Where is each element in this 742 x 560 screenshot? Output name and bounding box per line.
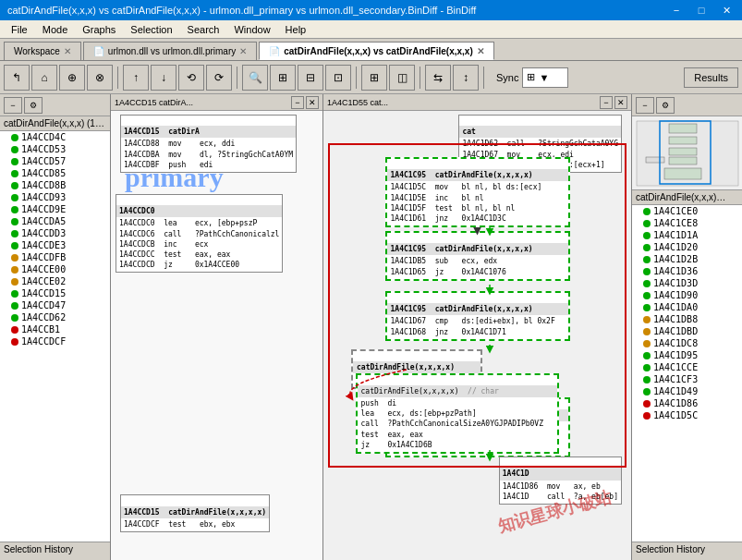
center-panel: 1A4CCD15 catDirA... − ✕ primary 1A4CCD15… [111, 94, 631, 560]
toolbar-btn-14[interactable]: ◫ [389, 65, 415, 91]
left-panel-collapse[interactable]: − [4, 97, 22, 114]
toolbar-btn-16[interactable]: ↕ [453, 65, 479, 91]
toolbar-btn-6[interactable]: ↓ [151, 65, 176, 91]
left-tree[interactable]: 1A4CCD4C 1A4CCD53 1A4CCD57 1A4CCD85 1A4C… [0, 131, 110, 542]
list-item[interactable]: 1A4C1DBD [632, 325, 742, 337]
toolbar-btn-8[interactable]: ⟳ [206, 65, 232, 91]
list-item[interactable]: 1A4C1CCE [632, 361, 742, 373]
toolbar-btn-9[interactable]: 🔍 [242, 65, 268, 91]
status-dot [11, 170, 18, 177]
status-dot [11, 218, 18, 225]
list-item[interactable]: 1A4C1DB8 [632, 313, 742, 325]
toolbar-btn-4[interactable]: ⊗ [87, 65, 113, 91]
list-item[interactable]: 1A4CCD47 [0, 299, 110, 311]
list-item[interactable]: 1A4C1DA0 [632, 301, 742, 313]
list-item[interactable]: 1A4CCDCF [0, 335, 110, 347]
left-panel-settings[interactable]: ⚙ [24, 97, 43, 114]
status-dot [11, 242, 18, 250]
maximize-button[interactable]: □ [689, 2, 713, 18]
right-viewer-close[interactable]: ✕ [614, 96, 627, 109]
toolbar-btn-5[interactable]: ↑ [123, 65, 149, 91]
results-button[interactable]: Results [684, 67, 738, 88]
toolbar-btn-11[interactable]: ⊟ [298, 65, 323, 91]
toolbar-btn-2[interactable]: ⌂ [31, 65, 57, 91]
toolbar-btn-12[interactable]: ⊡ [325, 65, 351, 91]
list-item[interactable]: 1A4C1D5C [632, 409, 742, 421]
list-item[interactable]: 1A4CCDD3 [0, 227, 110, 239]
left-selection-history: Selection History [0, 542, 110, 560]
list-item[interactable]: 1A4CCE00 [0, 263, 110, 275]
list-item[interactable]: 1A4CCD15 [0, 287, 110, 299]
list-item[interactable]: 1A4C1D36 [632, 265, 742, 277]
list-item[interactable]: 1A4C1D49 [632, 385, 742, 397]
right-panel-collapse[interactable]: − [636, 97, 654, 114]
cfg-block-3: 1A4C1C95 catDirAndFile(x,x,x,x)1A4C1D67 … [385, 291, 570, 341]
list-item[interactable]: 1A4C1CE0 [632, 205, 742, 217]
menu-selection[interactable]: Selection [123, 22, 179, 37]
toolbar-btn-1[interactable]: ↰ [4, 65, 30, 91]
list-item[interactable]: 1A4CCD85 [0, 167, 110, 179]
toolbar-btn-15[interactable]: ⇆ [425, 65, 451, 91]
title-bar: catDirAndFile(x,x,x) vs catDirAndFile(x,… [0, 0, 742, 20]
toolbar-btn-3[interactable]: ⊕ [59, 65, 85, 91]
list-item[interactable]: 1A4CCDE3 [0, 239, 110, 251]
menu-window[interactable]: Window [226, 22, 277, 37]
right-panel-settings[interactable]: ⚙ [656, 97, 675, 114]
list-item[interactable]: 1A4C1D95 [632, 349, 742, 361]
toolbar-btn-13[interactable]: ⊞ [361, 65, 387, 91]
status-dot [643, 280, 651, 287]
separator-4 [420, 67, 420, 89]
right-tree[interactable]: 1A4C1CE0 1A4C1CE8 1A4C1D1A 1A4C1D20 1A4C… [632, 205, 742, 542]
menu-mode[interactable]: Mode [35, 22, 76, 37]
list-item[interactable]: 1A4CCE02 [0, 275, 110, 287]
minimize-button[interactable]: − [664, 2, 688, 18]
list-item[interactable]: 1A4CCD62 [0, 311, 110, 323]
status-dot [643, 328, 651, 335]
tab-catdir[interactable]: 📄 catDirAndFile(x,x,x) vs catDirAndFile(… [259, 42, 494, 60]
list-item[interactable]: 1A4C1D1A [632, 229, 742, 241]
tab-workspace-label: Workspace [14, 46, 60, 56]
status-dot [11, 134, 18, 141]
list-item[interactable]: 1A4CCDFB [0, 251, 110, 263]
list-item[interactable]: 1A4C1CE8 [632, 217, 742, 229]
list-item[interactable]: 1A4C1D20 [632, 241, 742, 253]
close-button[interactable]: ✕ [714, 2, 738, 18]
list-item[interactable]: 1A4C1CF3 [632, 373, 742, 385]
toolbar-btn-10[interactable]: ⊞ [270, 65, 296, 91]
svg-rect-4 [669, 148, 697, 155]
tab-urlmon-icon: 📄 [93, 46, 104, 56]
list-item[interactable]: 1A4CCD93 [0, 191, 110, 203]
list-item[interactable]: 1A4CCDA5 [0, 215, 110, 227]
tab-urlmon[interactable]: 📄 urlmon.dll vs urlmon.dll.primary ✕ [83, 42, 257, 60]
tab-catdir-close[interactable]: ✕ [477, 46, 484, 56]
minimap[interactable] [632, 116, 742, 190]
cfg-block-2: 1A4C1C95 catDirAndFile(x,x,x,x)1A4C1DB5 … [385, 231, 570, 281]
sync-dropdown[interactable]: ⊞ ▼ [522, 67, 568, 88]
left-viewer-close[interactable]: ✕ [306, 96, 319, 109]
list-item[interactable]: 1A4C1D2B [632, 253, 742, 265]
tab-workspace[interactable]: Workspace ✕ [4, 42, 81, 60]
cfg-block-1: 1A4C1C95 catDirAndFile(x,x,x,x)1A4C1D5C … [385, 157, 570, 227]
list-item[interactable]: 1A4C1D90 [632, 289, 742, 301]
list-item[interactable]: 1A4C1D86 [632, 397, 742, 409]
list-item[interactable]: 1A4CCD9E [0, 203, 110, 215]
menu-graphs[interactable]: Graphs [75, 22, 123, 37]
list-item[interactable]: 1A4CCB1 [0, 323, 110, 335]
list-item[interactable]: 1A4C1DC8 [632, 337, 742, 349]
list-item[interactable]: 1A4CCD4C [0, 131, 110, 143]
tab-workspace-close[interactable]: ✕ [64, 46, 71, 56]
tab-urlmon-label: urlmon.dll vs urlmon.dll.primary [108, 46, 236, 56]
toolbar-btn-7[interactable]: ⟲ [178, 65, 204, 91]
menu-help[interactable]: Help [278, 22, 314, 37]
separator-5 [483, 67, 484, 89]
tab-urlmon-close[interactable]: ✕ [239, 46, 247, 56]
right-viewer-min[interactable]: − [600, 96, 613, 109]
left-viewer-min[interactable]: − [291, 96, 304, 109]
menu-search[interactable]: Search [180, 22, 227, 37]
list-item[interactable]: 1A4CCD53 [0, 143, 110, 155]
list-item[interactable]: 1A4C1D3D [632, 277, 742, 289]
list-item[interactable]: 1A4CCD57 [0, 155, 110, 167]
list-item[interactable]: 1A4CCD8B [0, 179, 110, 191]
menu-file[interactable]: File [4, 22, 35, 37]
minimap-svg [632, 116, 742, 189]
